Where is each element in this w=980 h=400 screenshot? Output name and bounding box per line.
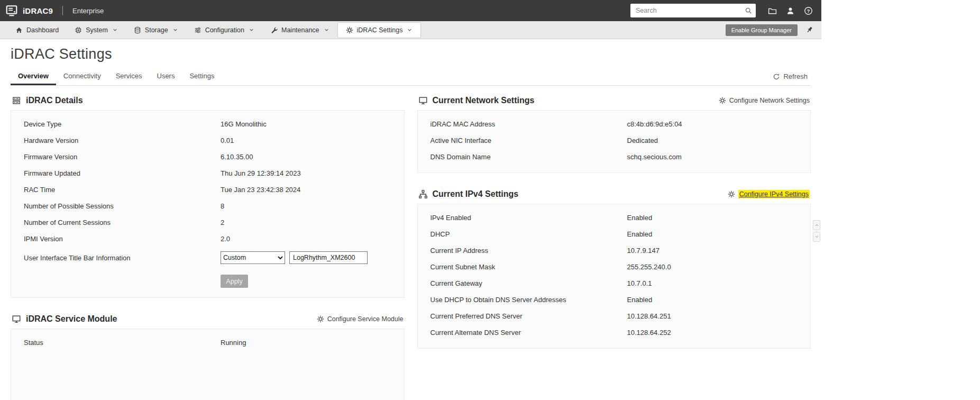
row-value: Enabled — [627, 230, 798, 238]
detail-row: Firmware Updated Thu Jun 29 12:39:14 202… — [11, 165, 404, 181]
folder-button[interactable] — [765, 4, 779, 17]
right-column: Current Network Settings Configure Netwo… — [417, 93, 811, 362]
help-icon — [804, 6, 813, 15]
brand-separator — [62, 6, 63, 15]
nav-item-configuration[interactable]: Configuration — [186, 21, 262, 39]
tab-overview[interactable]: Overview — [11, 68, 56, 85]
refresh-button[interactable]: Refresh — [773, 72, 811, 85]
row-label: Use DHCP to Obtain DNS Server Addresses — [431, 296, 627, 304]
detail-row: IPMI Version 2.0 — [11, 231, 404, 247]
row-label: Hardware Version — [24, 137, 221, 144]
detail-row: Use DHCP to Obtain DNS Server Addresses … — [418, 292, 811, 308]
help-button[interactable] — [801, 4, 815, 17]
nav-item-maintenance[interactable]: Maintenance — [262, 21, 337, 39]
tab-settings[interactable]: Settings — [182, 68, 222, 85]
nav-item-idrac-settings[interactable]: iDRAC Settings — [337, 22, 422, 38]
search-icon — [745, 7, 752, 14]
detail-row: Status Running — [11, 334, 404, 351]
idrac-app-window: iDRAC9 Enterprise Dashboard System — [0, 0, 821, 400]
card-title: iDRAC Details — [26, 96, 83, 105]
user-icon — [786, 6, 795, 15]
refresh-icon — [773, 73, 780, 80]
monitor-icon — [418, 96, 428, 105]
row-label: Number of Possible Sessions — [24, 202, 221, 210]
nav-item-storage[interactable]: Storage — [126, 21, 186, 39]
row-label: Status — [24, 339, 221, 347]
scroll-up-button[interactable] — [813, 220, 820, 230]
scrollbar[interactable] — [813, 220, 820, 242]
action-label: Configure Network Settings — [729, 97, 810, 104]
search-input[interactable] — [630, 4, 756, 17]
row-label: Current Subnet Mask — [431, 263, 627, 271]
chevron-down-icon — [172, 27, 178, 33]
nav-item-dashboard[interactable]: Dashboard — [7, 21, 67, 39]
detail-row: Number of Possible Sessions 8 — [11, 198, 404, 214]
row-label: Number of Current Sessions — [24, 219, 221, 226]
configure-ipv4-settings-link[interactable]: Configure IPv4 Settings — [728, 190, 810, 198]
detail-row: Number of Current Sessions 2 — [11, 214, 404, 231]
card-header: iDRAC Details — [11, 93, 405, 110]
brand-name: iDRAC9 — [23, 6, 53, 15]
row-value: 16G Monolithic — [221, 120, 391, 128]
card-title: Current Network Settings — [433, 96, 535, 105]
row-value: schq.secious.com — [627, 153, 798, 161]
row-label: User Interface Title Bar Information — [24, 254, 221, 262]
row-value: Enabled — [627, 214, 798, 222]
idrac-logo-icon — [5, 4, 18, 17]
detail-row: RAC Time Tue Jan 23 23:42:38 2024 — [11, 181, 404, 198]
wrench-icon — [270, 26, 278, 34]
detail-row: Current Alternate DNS Server 10.128.64.2… — [418, 324, 811, 341]
detail-row: Current Preferred DNS Server 10.128.64.2… — [418, 308, 811, 324]
chevron-down-icon — [112, 27, 118, 33]
title-bar-text-input[interactable] — [289, 251, 368, 264]
service-module-card: iDRAC Service Module Configure Service M… — [11, 312, 405, 400]
ipv4-settings-card: Current IPv4 Settings Configure IPv4 Set… — [417, 187, 811, 349]
row-value: Dedicated — [627, 137, 798, 144]
top-bar: iDRAC9 Enterprise — [0, 0, 821, 21]
gear-icon — [728, 190, 735, 198]
row-label: RAC Time — [24, 186, 221, 194]
page-content: iDRAC Settings Overview Connectivity Ser… — [0, 46, 821, 400]
tab-users[interactable]: Users — [150, 68, 182, 85]
card-title: iDRAC Service Module — [26, 314, 117, 324]
row-label: iDRAC MAC Address — [431, 120, 627, 128]
brand-edition: Enterprise — [72, 7, 104, 15]
nav-item-system[interactable]: System — [67, 21, 126, 39]
row-label: Current Gateway — [431, 279, 627, 287]
card-header: Current IPv4 Settings Configure IPv4 Set… — [417, 187, 811, 204]
gear-icon — [719, 97, 726, 104]
scroll-down-button[interactable] — [813, 232, 820, 242]
sliders-icon — [194, 26, 202, 34]
nav-item-label: System — [86, 26, 108, 34]
apply-button[interactable]: Apply — [221, 275, 248, 288]
row-value: Thu Jun 29 12:39:14 2023 — [221, 169, 391, 177]
configure-network-settings-link[interactable]: Configure Network Settings — [719, 97, 810, 104]
gear-icon — [346, 26, 353, 34]
nav-item-label: iDRAC Settings — [357, 26, 403, 34]
chevron-down-icon — [249, 27, 254, 33]
row-value: Running — [221, 339, 391, 347]
pin-nav-button[interactable] — [802, 23, 816, 37]
apply-row-spacer — [24, 275, 221, 288]
row-label: Current IP Address — [431, 247, 627, 254]
monitor-icon — [12, 314, 21, 324]
tab-connectivity[interactable]: Connectivity — [56, 68, 108, 85]
search-box — [630, 4, 756, 17]
enable-group-manager-button[interactable]: Enable Group Manager — [726, 24, 798, 36]
detail-row: Hardware Version 0.01 — [11, 132, 404, 149]
detail-row: iDRAC MAC Address c8:4b:d6:9d:e5:04 — [418, 116, 811, 132]
storage-icon — [134, 26, 141, 34]
detail-row: Current Subnet Mask 255.255.240.0 — [418, 259, 811, 275]
detail-row: Active NIC Interface Dedicated — [418, 132, 811, 149]
row-value: 10.128.64.252 — [627, 329, 798, 337]
row-label: Active NIC Interface — [431, 137, 627, 144]
server-icon — [12, 96, 21, 105]
user-button[interactable] — [783, 4, 797, 17]
card-body: IPv4 Enabled Enabled DHCP Enabled Curren… — [417, 204, 811, 349]
tab-services[interactable]: Services — [108, 68, 150, 85]
page-title: iDRAC Settings — [11, 46, 811, 62]
title-bar-mode-select[interactable]: Custom — [221, 251, 285, 264]
chip-icon — [75, 26, 82, 34]
chevron-down-icon — [407, 27, 413, 33]
configure-service-module-link[interactable]: Configure Service Module — [317, 315, 404, 323]
